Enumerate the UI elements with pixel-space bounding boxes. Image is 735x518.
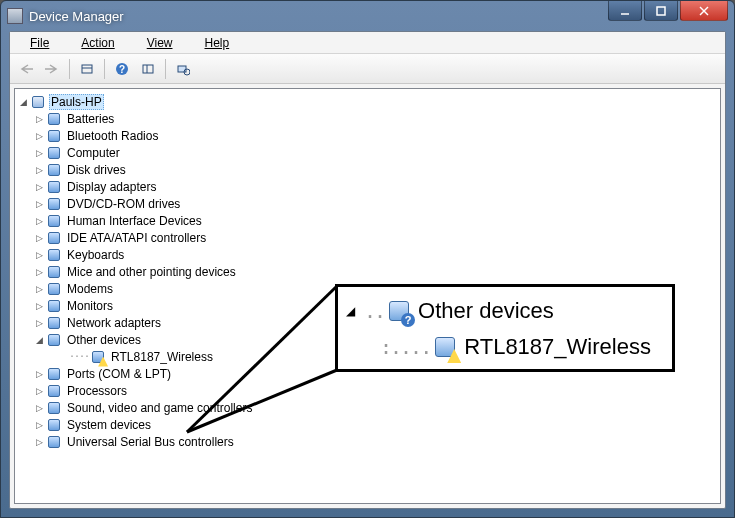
minimize-button[interactable] <box>608 1 642 21</box>
tree-category[interactable]: ▷Batteries <box>15 110 720 127</box>
tree-root-node[interactable]: ◢Pauls-HP <box>15 93 720 110</box>
tree-item-label: Bluetooth Radios <box>65 129 160 143</box>
device-category-icon <box>46 332 62 348</box>
tree-item-label: Disk drives <box>65 163 128 177</box>
device-warning-icon <box>432 334 458 360</box>
tree-item-label: Batteries <box>65 112 116 126</box>
menu-view[interactable]: View <box>131 34 189 52</box>
expand-toggle[interactable]: ▷ <box>33 318 45 328</box>
device-tree: ◢Pauls-HP▷Batteries▷Bluetooth Radios▷Com… <box>15 93 720 450</box>
expand-toggle[interactable]: ▷ <box>33 403 45 413</box>
properties-button[interactable] <box>136 57 160 81</box>
tree-category[interactable]: ▷Keyboards <box>15 246 720 263</box>
device-category-icon <box>46 417 62 433</box>
device-category-icon <box>46 366 62 382</box>
maximize-button[interactable] <box>644 1 678 21</box>
device-category-icon <box>46 264 62 280</box>
tree-item-label: Network adapters <box>65 316 163 330</box>
window-frame: Device Manager File Action View Help <box>0 0 735 518</box>
window-controls <box>606 1 728 21</box>
device-category-icon <box>46 179 62 195</box>
scan-hardware-button[interactable] <box>171 57 195 81</box>
tree-item-label: RTL8187_Wireless <box>109 350 215 364</box>
expand-toggle[interactable]: ▷ <box>33 267 45 277</box>
tree-item-label: Other devices <box>65 333 143 347</box>
window-title: Device Manager <box>29 9 124 24</box>
tree-category[interactable]: ▷Disk drives <box>15 161 720 178</box>
tree-category[interactable]: ▷Universal Serial Bus controllers <box>15 433 720 450</box>
menu-action[interactable]: Action <box>65 34 130 52</box>
device-category-icon <box>46 213 62 229</box>
tree-item-label: Mice and other pointing devices <box>65 265 238 279</box>
device-category-icon <box>46 434 62 450</box>
device-category-icon <box>46 383 62 399</box>
menu-bar: File Action View Help <box>10 32 725 54</box>
svg-text:?: ? <box>119 64 125 75</box>
tree-item-label: Pauls-HP <box>49 94 104 110</box>
expand-toggle[interactable]: ▷ <box>33 114 45 124</box>
expand-toggle[interactable]: ▷ <box>33 182 45 192</box>
close-button[interactable] <box>680 1 728 21</box>
tree-item-label: Processors <box>65 384 129 398</box>
tree-category[interactable]: ▷DVD/CD-ROM drives <box>15 195 720 212</box>
device-category-icon <box>46 162 62 178</box>
tree-category[interactable]: ▷Human Interface Devices <box>15 212 720 229</box>
expand-toggle[interactable]: ▷ <box>33 301 45 311</box>
tree-connector: :.... <box>380 335 430 359</box>
tree-item-label: Universal Serial Bus controllers <box>65 435 236 449</box>
tree-category[interactable]: ▷Bluetooth Radios <box>15 127 720 144</box>
expand-toggle[interactable]: ▷ <box>33 250 45 260</box>
tree-item-label: Display adapters <box>65 180 158 194</box>
forward-button[interactable] <box>40 57 64 81</box>
expand-toggle[interactable]: ▷ <box>33 386 45 396</box>
device-category-icon <box>46 281 62 297</box>
expand-toggle[interactable]: ▷ <box>33 369 45 379</box>
tree-item-label: DVD/CD-ROM drives <box>65 197 182 211</box>
tree-category[interactable]: ▷IDE ATA/ATAPI controllers <box>15 229 720 246</box>
expand-toggle[interactable]: ▷ <box>33 216 45 226</box>
expand-toggle[interactable]: ◢ <box>33 335 45 345</box>
device-category-icon <box>46 145 62 161</box>
help-button[interactable]: ? <box>110 57 134 81</box>
device-category-icon <box>46 315 62 331</box>
tree-item-label: Ports (COM & LPT) <box>65 367 173 381</box>
tree-category[interactable]: ▷System devices <box>15 416 720 433</box>
zoom-callout: ◢ .. Other devices :.... RTL8187_Wireles… <box>335 284 675 372</box>
tree-category[interactable]: ▷Mice and other pointing devices <box>15 263 720 280</box>
device-category-icon <box>46 298 62 314</box>
expand-toggle[interactable]: ▷ <box>33 437 45 447</box>
device-category-icon <box>46 247 62 263</box>
tree-item-label: Human Interface Devices <box>65 214 204 228</box>
callout-parent-label: Other devices <box>418 298 554 324</box>
tree-connector: ···· <box>69 351 89 362</box>
device-category-icon <box>46 230 62 246</box>
device-tree-pane[interactable]: ◢Pauls-HP▷Batteries▷Bluetooth Radios▷Com… <box>14 88 721 504</box>
tree-category[interactable]: ▷Display adapters <box>15 178 720 195</box>
back-button[interactable] <box>14 57 38 81</box>
show-hidden-button[interactable] <box>75 57 99 81</box>
svg-rect-4 <box>82 65 92 73</box>
svg-rect-1 <box>657 7 665 15</box>
device-category-icon <box>46 128 62 144</box>
expand-toggle[interactable]: ▷ <box>33 284 45 294</box>
tree-category[interactable]: ▷Sound, video and game controllers <box>15 399 720 416</box>
menu-help[interactable]: Help <box>189 34 246 52</box>
expand-toggle[interactable]: ▷ <box>33 131 45 141</box>
tree-item-label: Monitors <box>65 299 115 313</box>
expand-toggle[interactable]: ▷ <box>33 148 45 158</box>
tree-category[interactable]: ▷Processors <box>15 382 720 399</box>
expand-toggle[interactable]: ▷ <box>33 165 45 175</box>
expand-toggle[interactable]: ▷ <box>33 199 45 209</box>
device-category-icon <box>46 111 62 127</box>
expand-toggle[interactable]: ◢ <box>17 97 29 107</box>
tree-item-label: Modems <box>65 282 115 296</box>
tree-category[interactable]: ▷Computer <box>15 144 720 161</box>
svg-rect-10 <box>178 66 186 72</box>
tree-item-label: IDE ATA/ATAPI controllers <box>65 231 208 245</box>
expand-toggle[interactable]: ▷ <box>33 420 45 430</box>
callout-child-label: RTL8187_Wireless <box>464 334 651 360</box>
device-category-icon <box>46 196 62 212</box>
expand-toggle[interactable]: ▷ <box>33 233 45 243</box>
app-icon <box>7 8 23 24</box>
menu-file[interactable]: File <box>14 34 65 52</box>
